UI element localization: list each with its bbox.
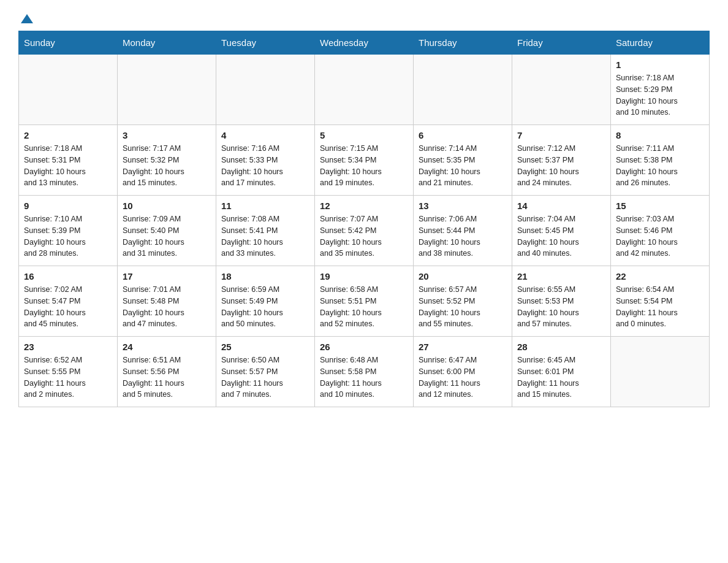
calendar-day-cell: 8Sunrise: 7:11 AM Sunset: 5:38 PM Daylig… [611, 125, 710, 196]
day-info: Sunrise: 7:15 AM Sunset: 5:34 PM Dayligh… [320, 143, 408, 189]
day-number: 25 [221, 342, 309, 352]
weekday-header-saturday: Saturday [611, 31, 710, 55]
day-info: Sunrise: 7:02 AM Sunset: 5:47 PM Dayligh… [24, 284, 112, 330]
day-info: Sunrise: 7:06 AM Sunset: 5:44 PM Dayligh… [419, 213, 507, 259]
calendar-day-cell [118, 55, 216, 125]
calendar-body: 1Sunrise: 7:18 AM Sunset: 5:29 PM Daylig… [19, 55, 710, 407]
calendar-day-cell: 1Sunrise: 7:18 AM Sunset: 5:29 PM Daylig… [611, 55, 710, 125]
calendar-day-cell: 12Sunrise: 7:07 AM Sunset: 5:42 PM Dayli… [315, 196, 414, 266]
day-info: Sunrise: 7:18 AM Sunset: 5:29 PM Dayligh… [616, 72, 704, 118]
day-info: Sunrise: 6:50 AM Sunset: 5:57 PM Dayligh… [221, 354, 309, 400]
calendar-week-row: 23Sunrise: 6:52 AM Sunset: 5:55 PM Dayli… [19, 337, 710, 407]
logo [18, 12, 34, 25]
calendar-day-cell: 20Sunrise: 6:57 AM Sunset: 5:52 PM Dayli… [414, 266, 512, 337]
calendar-day-cell [19, 55, 118, 125]
calendar-week-row: 1Sunrise: 7:18 AM Sunset: 5:29 PM Daylig… [19, 55, 710, 125]
day-number: 2 [24, 130, 112, 140]
calendar-day-cell: 10Sunrise: 7:09 AM Sunset: 5:40 PM Dayli… [118, 196, 216, 266]
day-info: Sunrise: 6:51 AM Sunset: 5:56 PM Dayligh… [123, 354, 211, 400]
calendar-day-cell [414, 55, 512, 125]
weekday-header-tuesday: Tuesday [216, 31, 315, 55]
day-info: Sunrise: 7:16 AM Sunset: 5:33 PM Dayligh… [221, 143, 309, 189]
day-number: 11 [221, 201, 309, 211]
calendar-day-cell: 24Sunrise: 6:51 AM Sunset: 5:56 PM Dayli… [118, 337, 216, 407]
day-number: 20 [419, 271, 507, 282]
day-number: 17 [123, 271, 211, 282]
calendar-header: SundayMondayTuesdayWednesdayThursdayFrid… [19, 31, 710, 55]
day-number: 28 [517, 342, 605, 352]
calendar-day-cell: 4Sunrise: 7:16 AM Sunset: 5:33 PM Daylig… [216, 125, 315, 196]
day-number: 23 [24, 342, 112, 352]
day-info: Sunrise: 7:17 AM Sunset: 5:32 PM Dayligh… [123, 143, 211, 189]
calendar-day-cell: 25Sunrise: 6:50 AM Sunset: 5:57 PM Dayli… [216, 337, 315, 407]
page-header [18, 12, 710, 25]
day-info: Sunrise: 7:01 AM Sunset: 5:48 PM Dayligh… [123, 284, 211, 330]
day-number: 21 [517, 271, 605, 282]
day-number: 24 [123, 342, 211, 352]
weekday-header-sunday: Sunday [19, 31, 118, 55]
calendar-day-cell: 7Sunrise: 7:12 AM Sunset: 5:37 PM Daylig… [512, 125, 611, 196]
day-info: Sunrise: 6:45 AM Sunset: 6:01 PM Dayligh… [517, 354, 605, 400]
day-info: Sunrise: 6:47 AM Sunset: 6:00 PM Dayligh… [419, 354, 507, 400]
calendar-day-cell: 6Sunrise: 7:14 AM Sunset: 5:35 PM Daylig… [414, 125, 512, 196]
calendar-day-cell [315, 55, 414, 125]
day-number: 22 [616, 271, 704, 282]
day-info: Sunrise: 7:04 AM Sunset: 5:45 PM Dayligh… [517, 213, 605, 259]
day-number: 15 [616, 201, 704, 211]
svg-marker-0 [21, 14, 33, 23]
day-info: Sunrise: 6:52 AM Sunset: 5:55 PM Dayligh… [24, 354, 112, 400]
day-info: Sunrise: 7:12 AM Sunset: 5:37 PM Dayligh… [517, 143, 605, 189]
calendar-day-cell: 19Sunrise: 6:58 AM Sunset: 5:51 PM Dayli… [315, 266, 414, 337]
day-number: 14 [517, 201, 605, 211]
day-number: 4 [221, 130, 309, 140]
calendar-day-cell: 14Sunrise: 7:04 AM Sunset: 5:45 PM Dayli… [512, 196, 611, 266]
calendar-day-cell: 21Sunrise: 6:55 AM Sunset: 5:53 PM Dayli… [512, 266, 611, 337]
calendar-day-cell: 11Sunrise: 7:08 AM Sunset: 5:41 PM Dayli… [216, 196, 315, 266]
calendar-day-cell: 22Sunrise: 6:54 AM Sunset: 5:54 PM Dayli… [611, 266, 710, 337]
calendar-day-cell [611, 337, 710, 407]
day-info: Sunrise: 6:59 AM Sunset: 5:49 PM Dayligh… [221, 284, 309, 330]
day-number: 5 [320, 130, 408, 140]
calendar-day-cell: 13Sunrise: 7:06 AM Sunset: 5:44 PM Dayli… [414, 196, 512, 266]
day-info: Sunrise: 7:10 AM Sunset: 5:39 PM Dayligh… [24, 213, 112, 259]
calendar-day-cell: 17Sunrise: 7:01 AM Sunset: 5:48 PM Dayli… [118, 266, 216, 337]
calendar-day-cell: 9Sunrise: 7:10 AM Sunset: 5:39 PM Daylig… [19, 196, 118, 266]
day-info: Sunrise: 6:57 AM Sunset: 5:52 PM Dayligh… [419, 284, 507, 330]
day-number: 19 [320, 271, 408, 282]
day-info: Sunrise: 6:54 AM Sunset: 5:54 PM Dayligh… [616, 284, 704, 330]
calendar-day-cell: 3Sunrise: 7:17 AM Sunset: 5:32 PM Daylig… [118, 125, 216, 196]
day-number: 9 [24, 201, 112, 211]
calendar-day-cell: 16Sunrise: 7:02 AM Sunset: 5:47 PM Dayli… [19, 266, 118, 337]
calendar-day-cell: 5Sunrise: 7:15 AM Sunset: 5:34 PM Daylig… [315, 125, 414, 196]
day-number: 27 [419, 342, 507, 352]
day-number: 13 [419, 201, 507, 211]
day-number: 3 [123, 130, 211, 140]
weekday-header-wednesday: Wednesday [315, 31, 414, 55]
calendar-day-cell [216, 55, 315, 125]
day-number: 10 [123, 201, 211, 211]
calendar-week-row: 9Sunrise: 7:10 AM Sunset: 5:39 PM Daylig… [19, 196, 710, 266]
day-info: Sunrise: 6:48 AM Sunset: 5:58 PM Dayligh… [320, 354, 408, 400]
day-info: Sunrise: 7:11 AM Sunset: 5:38 PM Dayligh… [616, 143, 704, 189]
weekday-header-friday: Friday [512, 31, 611, 55]
calendar-week-row: 2Sunrise: 7:18 AM Sunset: 5:31 PM Daylig… [19, 125, 710, 196]
calendar-day-cell: 2Sunrise: 7:18 AM Sunset: 5:31 PM Daylig… [19, 125, 118, 196]
day-number: 7 [517, 130, 605, 140]
day-info: Sunrise: 7:09 AM Sunset: 5:40 PM Dayligh… [123, 213, 211, 259]
weekday-header-row: SundayMondayTuesdayWednesdayThursdayFrid… [19, 31, 710, 55]
day-number: 26 [320, 342, 408, 352]
calendar-day-cell: 28Sunrise: 6:45 AM Sunset: 6:01 PM Dayli… [512, 337, 611, 407]
logo-triangle-icon [20, 12, 34, 27]
calendar-day-cell: 23Sunrise: 6:52 AM Sunset: 5:55 PM Dayli… [19, 337, 118, 407]
day-number: 12 [320, 201, 408, 211]
day-number: 16 [24, 271, 112, 282]
calendar-day-cell: 18Sunrise: 6:59 AM Sunset: 5:49 PM Dayli… [216, 266, 315, 337]
day-number: 6 [419, 130, 507, 140]
calendar-day-cell: 15Sunrise: 7:03 AM Sunset: 5:46 PM Dayli… [611, 196, 710, 266]
day-number: 1 [616, 59, 704, 70]
calendar-day-cell [512, 55, 611, 125]
calendar-week-row: 16Sunrise: 7:02 AM Sunset: 5:47 PM Dayli… [19, 266, 710, 337]
calendar-table: SundayMondayTuesdayWednesdayThursdayFrid… [18, 31, 710, 407]
day-info: Sunrise: 7:07 AM Sunset: 5:42 PM Dayligh… [320, 213, 408, 259]
day-info: Sunrise: 7:18 AM Sunset: 5:31 PM Dayligh… [24, 143, 112, 189]
